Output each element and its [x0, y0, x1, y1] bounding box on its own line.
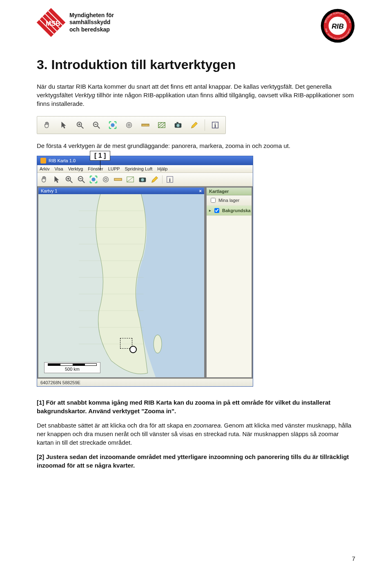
svg-line-44 — [82, 181, 85, 183]
callout-label-1: [ 1 ] — [90, 151, 110, 161]
hatch-icon[interactable] — [125, 175, 135, 184]
intro-paragraph: När du startar RIB Karta kommer du snart… — [37, 82, 355, 108]
camera-icon[interactable] — [138, 175, 147, 184]
zoom-out-icon[interactable] — [76, 175, 86, 184]
page-number: 7 — [352, 555, 355, 562]
menu-lupp[interactable]: LUPP — [108, 166, 120, 171]
menubar: Arkiv Visa Verktyg Fönster LUPP Spridnin… — [37, 165, 253, 173]
pan-icon — [41, 119, 53, 131]
zoom-in-icon — [74, 119, 86, 131]
pointer-icon[interactable] — [52, 175, 62, 184]
msb-line-3: och beredskap — [69, 26, 114, 34]
app-workspace: Kartvy 1 × — [37, 186, 253, 378]
toolbar-screenshot: i — [37, 116, 226, 134]
app-screenshot: [ 1 ] RIB Karta 1.0 Arkiv Visa Verktyg F… — [37, 156, 355, 387]
svg-point-53 — [141, 178, 144, 181]
step-2-paragraph: [2] Justera sedan det inzoomande området… — [37, 452, 355, 470]
target-icon — [123, 119, 135, 131]
svg-point-22 — [129, 125, 129, 125]
svg-point-19 — [111, 123, 114, 127]
svg-text:i: i — [214, 123, 216, 129]
svg-rect-49 — [114, 178, 122, 181]
status-coordinates: 6407268N 588259E — [40, 380, 80, 385]
menu-verktyg[interactable]: Verktyg — [68, 166, 83, 171]
app-icon — [40, 158, 46, 163]
zoom-extent-icon — [107, 119, 119, 131]
layer-item-bakgrund[interactable]: ▸ Bakgrundska — [207, 206, 252, 216]
window-title: RIB Karta 1.0 — [49, 158, 76, 163]
status-bar: 6407268N 588259E — [37, 378, 253, 386]
zoom-extent-icon[interactable] — [89, 175, 98, 184]
svg-point-47 — [103, 177, 109, 182]
scale-label: 500 km — [65, 367, 80, 372]
step-1-paragraph: [1] För att snabbt komma igång med RIB K… — [37, 398, 355, 415]
menu-arkiv[interactable]: Arkiv — [40, 166, 49, 171]
map-tab-label: Kartvy 1 — [41, 188, 57, 193]
zoom-in-icon[interactable] — [64, 175, 74, 184]
menu-hjalp[interactable]: Hjälp — [157, 166, 167, 171]
layer-label: Bakgrundska — [222, 208, 251, 213]
scale-bar: 500 km — [44, 362, 100, 373]
menu-visa[interactable]: Visa — [54, 166, 63, 171]
menu-fonster[interactable]: Fönster — [88, 166, 103, 171]
map-canvas[interactable]: 500 km — [38, 194, 204, 377]
hatch-icon — [156, 119, 168, 131]
pan-icon[interactable] — [40, 175, 49, 184]
app-toolbar: i — [37, 173, 253, 186]
info-icon: i — [209, 119, 221, 131]
svg-point-66 — [154, 335, 162, 353]
svg-rect-36 — [176, 122, 178, 123]
svg-line-17 — [98, 126, 100, 129]
camera-icon — [172, 119, 184, 131]
toolbar-separator — [205, 119, 205, 131]
svg-line-51 — [127, 177, 134, 182]
map-pane-titlebar: Kartvy 1 × — [38, 188, 204, 194]
info-icon[interactable]: i — [165, 175, 175, 184]
measure-icon — [139, 119, 151, 131]
msb-line-1: Myndigheten för — [69, 12, 114, 19]
measure-icon[interactable] — [113, 175, 123, 184]
target-icon[interactable] — [101, 175, 111, 184]
chevron-right-icon: ▸ — [209, 208, 211, 213]
map-pane: Kartvy 1 × — [38, 187, 205, 378]
window-titlebar: RIB Karta 1.0 — [37, 156, 253, 165]
close-icon[interactable]: × — [199, 188, 202, 193]
svg-text:RIB: RIB — [332, 22, 344, 30]
pointer-icon — [58, 119, 70, 131]
msb-logo-text: Myndigheten för samhällsskydd och bereds… — [69, 12, 114, 34]
layers-pane: Kartlager Mina lager ▸ Bakgrundska — [206, 187, 252, 378]
pencil-icon — [188, 119, 200, 131]
toolbar-separator — [162, 175, 163, 184]
svg-text:i: i — [169, 177, 171, 183]
svg-line-40 — [70, 181, 73, 183]
svg-point-35 — [176, 124, 179, 127]
zoom-out-icon — [90, 119, 102, 131]
tools-description: De första 4 verktygen är de mest grundlä… — [37, 141, 355, 150]
svg-line-13 — [81, 126, 84, 129]
pencil-icon[interactable] — [150, 175, 160, 184]
svg-line-31 — [158, 123, 165, 128]
svg-point-48 — [105, 178, 107, 181]
svg-text:MSB: MSB — [46, 20, 60, 27]
layer-label: Mina lager — [218, 198, 239, 203]
section-heading: 3. Introduktion till kartverktygen — [37, 57, 355, 72]
app-window: RIB Karta 1.0 Arkiv Visa Verktyg Fönster… — [37, 156, 253, 387]
rib-logo: RIB DECISION SUPPORT SYSTEM MSB · Swedis… — [320, 8, 355, 45]
msb-logo-mark: MSB — [37, 8, 65, 37]
menu-spridning[interactable]: Spridning Luft — [125, 166, 152, 171]
svg-point-46 — [91, 177, 95, 181]
document-header: MSB Myndigheten för samhällsskydd och be… — [37, 8, 355, 45]
layers-header: Kartlager — [207, 188, 252, 195]
msb-line-2: samhällsskydd — [69, 19, 114, 26]
layer-checkbox-bakgrund[interactable] — [214, 208, 219, 213]
layer-checkbox-mina-lager[interactable] — [211, 198, 216, 203]
zoom-area-rectangle — [120, 338, 132, 349]
msb-logo: MSB Myndigheten för samhällsskydd och be… — [37, 8, 114, 37]
layer-item-mina-lager[interactable]: Mina lager — [207, 195, 252, 206]
zoom-explanation-paragraph: Det snabbaste sättet är att klicka och d… — [37, 421, 355, 447]
